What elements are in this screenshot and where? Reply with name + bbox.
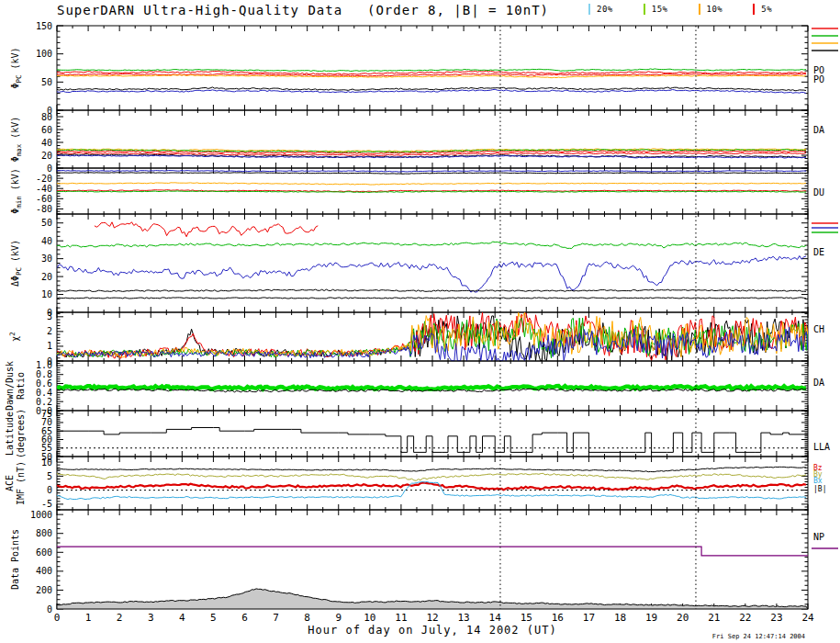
x-tick-label: 0	[54, 612, 61, 624]
series-phi-pc-green	[57, 69, 806, 72]
panel-phi-max: 020406080Φmax (kV)DA	[10, 110, 824, 174]
panel-series	[57, 428, 808, 453]
x-tick-label: 8	[304, 612, 310, 624]
x-tick-label: 6	[241, 612, 248, 624]
panel-border	[57, 510, 808, 609]
series-delta-phi-red	[95, 222, 318, 237]
panel-phi-min: -80-60-40-20Φmin (kV)DU	[10, 168, 824, 214]
panel-series	[57, 312, 808, 360]
y-axis-label: ΔΦPC (kV)	[10, 240, 23, 287]
y-tick-label: 0.4	[36, 388, 52, 398]
x-tick-label: 11	[395, 612, 407, 624]
y-tick-label: 0	[47, 164, 52, 174]
y-axis-label: (degrees)	[16, 409, 26, 458]
y-tick-label: 5	[47, 471, 52, 481]
series-phi-min-orange	[57, 183, 806, 185]
y-tick-label: 30	[41, 254, 52, 264]
y-tick-label: 75	[41, 409, 52, 419]
panel-dawn-dusk-ratio: 0.00.20.40.60.81.0Dawn/DuskRatioDA	[5, 360, 824, 415]
panel-series	[57, 171, 806, 193]
x-ticks	[57, 26, 808, 110]
y-tick-label: 600	[36, 547, 52, 558]
y-tick-label: 1000	[30, 510, 52, 520]
panel-border	[57, 110, 808, 168]
plot-area: 050100150ΦPC (kV)POPO020406080Φmax (kV)D…	[0, 0, 840, 643]
superdarn-window: SuperDARN Ultra-High-Quality Data (Order…	[0, 0, 840, 643]
right-label-dawn-dusk-ratio: DA	[813, 378, 824, 388]
y-axis-label: ACE	[5, 475, 15, 491]
series-delta-phi-black-upper	[57, 289, 806, 291]
y-axis-label: Φmax (kV)	[10, 117, 23, 163]
series-phi-min-blue	[57, 171, 806, 173]
panel-series	[57, 467, 806, 499]
panel-series	[57, 222, 806, 299]
x-tick-label: 22	[739, 612, 751, 624]
right-label-delta-phi: DE	[813, 247, 824, 257]
x-tick-label: 2	[117, 612, 123, 624]
series-latitude-black-step	[57, 428, 808, 453]
y-tick-label: 0	[47, 485, 52, 495]
y-tick-label: 10	[41, 457, 52, 468]
y-tick-label: 800	[36, 528, 52, 538]
panel-series	[57, 547, 808, 609]
x-tick-label: 18	[614, 612, 626, 624]
x-tick-label: 5	[210, 612, 217, 624]
y-tick-label: 20	[41, 272, 52, 282]
x-tick-label: 24	[801, 612, 814, 624]
panel-series	[57, 149, 806, 158]
series-delta-phi-blue	[57, 256, 806, 293]
series-phi-pc-blue	[57, 89, 806, 93]
panel-delta-phi: 01020304050ΔΦPC (kV)DE	[10, 214, 824, 318]
right-label-phi-max: DA	[813, 125, 824, 135]
y-tick-label: 1	[47, 341, 52, 351]
right-label-data-points: NP	[813, 532, 824, 542]
right-label-latitude: LLA	[813, 442, 830, 452]
x-tick-label: 12	[426, 612, 438, 624]
x-tick-label: 3	[148, 612, 154, 624]
x-tick-label: 20	[677, 612, 689, 624]
panel-series	[57, 69, 806, 94]
x-tick-label: 9	[335, 612, 342, 624]
y-tick-label: 50	[41, 77, 52, 87]
x-tick-label: 7	[273, 612, 279, 624]
y-tick-label: 1.0	[36, 360, 52, 370]
y-tick-label: 150	[36, 21, 52, 31]
x-tick-label: 14	[489, 612, 502, 624]
series-delta-phi-green	[57, 242, 806, 248]
y-tick-label: -5	[41, 499, 52, 509]
series-ace-imf-bz-red	[57, 482, 806, 490]
x-tick-label: 13	[457, 612, 469, 624]
y-tick-label: -20	[36, 174, 52, 184]
x-tick-label: 15	[521, 612, 532, 624]
panel-phi-pc: 050100150ΦPC (kV)POPO	[10, 21, 824, 116]
y-ticks	[57, 510, 808, 609]
y-tick-label: 200	[36, 585, 52, 595]
y-axis-label: Dawn/Dusk	[5, 361, 15, 411]
x-tick-label: 17	[583, 612, 595, 624]
panel-series	[57, 386, 806, 392]
y-tick-label: 20	[41, 151, 52, 161]
y-tick-label: 100	[36, 49, 52, 59]
y-tick-label: 50	[41, 218, 52, 228]
series-delta-phi-black-lower	[57, 298, 806, 299]
y-tick-label: 40	[41, 236, 52, 246]
y-tick-label: 0	[47, 604, 52, 615]
y-tick-label: 400	[36, 566, 52, 576]
panel-chi-squared: 0123χ2CH	[8, 311, 824, 366]
y-tick-label: 0.6	[36, 378, 52, 389]
y-ticks	[57, 110, 808, 168]
right-label-phi-pc: PO	[813, 74, 824, 85]
x-ticks	[57, 510, 808, 609]
x-ticks	[57, 110, 808, 168]
y-tick-label: -40	[36, 184, 52, 194]
series-dawn-dusk-ratio-green-band	[57, 386, 806, 389]
series-chi-squared-orange	[57, 312, 808, 357]
y-axis-label: χ2	[8, 332, 20, 342]
right-label-ace-imf: Bx	[813, 477, 823, 485]
right-label-phi-min: DU	[813, 187, 824, 197]
y-axis-label: Ratio	[16, 372, 26, 400]
y-axis-label: IMF (nT)	[16, 461, 26, 505]
y-tick-label: -60	[36, 194, 52, 204]
panel-data-points: 02004006008001000Data PointsNP	[10, 510, 824, 615]
x-tick-label: 10	[364, 612, 375, 624]
